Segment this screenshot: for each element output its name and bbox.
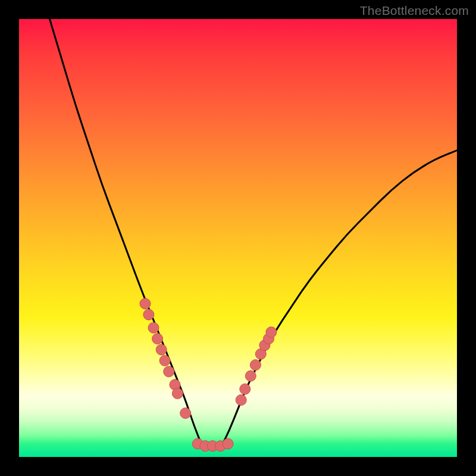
marker-point	[245, 371, 256, 381]
watermark-text: TheBottleneck.com	[360, 4, 469, 18]
marker-point	[143, 309, 154, 320]
marker-point	[223, 439, 233, 449]
marker-point	[266, 327, 277, 337]
chart-svg	[19, 19, 457, 457]
marker-point	[164, 367, 174, 377]
marker-point	[148, 322, 159, 333]
marker-point	[180, 408, 191, 418]
marker-point	[240, 384, 250, 394]
marker-point	[140, 298, 151, 309]
marker-point	[250, 359, 261, 370]
marker-point	[156, 345, 167, 355]
marker-point	[159, 355, 170, 366]
marker-point	[152, 333, 163, 344]
chart-frame: TheBottleneck.com	[0, 0, 476, 476]
plot-area	[19, 19, 457, 457]
marker-point	[236, 394, 246, 405]
highlight-markers	[140, 298, 277, 451]
bottleneck-curve	[50, 19, 458, 448]
marker-point	[172, 388, 183, 399]
